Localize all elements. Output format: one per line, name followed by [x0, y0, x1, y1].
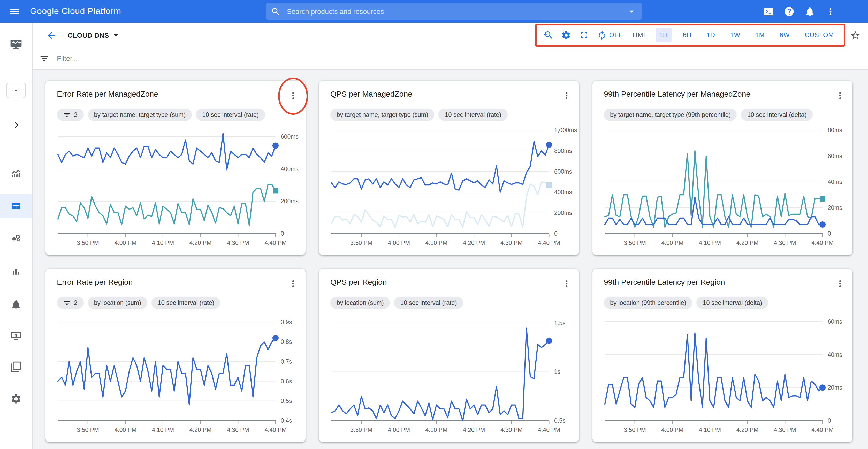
search-input[interactable]: [286, 7, 627, 16]
sidebar-item-uptime-checks[interactable]: [0, 324, 32, 348]
svg-text:0.7s: 0.7s: [281, 358, 292, 365]
search-box: [266, 3, 642, 20]
context-selector[interactable]: CLOUD DNS: [68, 31, 120, 40]
sidebar-item-dashboards-list[interactable]: [0, 355, 32, 379]
svg-text:200ms: 200ms: [281, 198, 299, 204]
back-button[interactable]: [46, 30, 57, 40]
dashboards-icon: [10, 200, 22, 212]
menu-icon: [9, 6, 20, 17]
notifications-button[interactable]: [804, 6, 815, 17]
time-range-6w[interactable]: 6W: [776, 28, 793, 42]
filter-list-icon: [63, 111, 71, 119]
svg-text:4:00 PM: 4:00 PM: [661, 239, 684, 246]
caret-down-icon: [111, 31, 120, 40]
chip-10-sec-interval-delta: 10 sec interval (delta): [741, 108, 813, 121]
svg-text:20ms: 20ms: [828, 384, 842, 391]
card-title: QPS per ManagedZone: [330, 89, 412, 98]
card-menu-button[interactable]: [560, 89, 573, 102]
svg-text:4:10 PM: 4:10 PM: [699, 239, 721, 246]
settings-button[interactable]: [561, 30, 571, 40]
card-menu-button[interactable]: [287, 89, 299, 102]
chip-by-location-sum: by location (sum): [330, 296, 390, 309]
monitoring-logo-icon: [9, 37, 23, 51]
more-vert-icon: [561, 90, 572, 101]
time-range-1h[interactable]: 1H: [655, 28, 672, 42]
svg-text:600ms: 600ms: [281, 133, 299, 140]
time-range-6h[interactable]: 6H: [679, 28, 695, 42]
time-range-1m[interactable]: 1M: [752, 28, 768, 42]
settings-icon: [10, 393, 22, 405]
time-range-1d[interactable]: 1D: [703, 28, 719, 42]
menu-button[interactable]: [9, 6, 20, 17]
time-range-custom[interactable]: CUSTOM: [801, 28, 837, 42]
card-menu-button[interactable]: [287, 278, 299, 290]
svg-text:4:20 PM: 4:20 PM: [463, 239, 485, 246]
uptime-checks-icon: [10, 330, 22, 342]
svg-text:4:00 PM: 4:00 PM: [115, 426, 137, 433]
card-99th-percentile-latency-per-region: 99th Percentile Latency per Regionby loc…: [592, 269, 852, 442]
favorite-button[interactable]: [850, 30, 861, 40]
sidebar-item-groups[interactable]: [0, 226, 32, 250]
toolbar-right: OFFTIME1H6H1D1W1M6WCUSTOM: [535, 24, 868, 46]
filter-input[interactable]: [56, 54, 868, 63]
chip-by-target-name-target-type-99th-percentile: by target name, target type (99th percen…: [604, 108, 737, 121]
svg-text:4:30 PM: 4:30 PM: [774, 426, 796, 433]
monitoring-logo: [9, 37, 23, 51]
card-error-rate-per-region: Error Rate per Region2by location (sum)1…: [45, 269, 306, 442]
chip-10-sec-interval-rate: 10 sec interval (rate): [439, 108, 508, 121]
sidebar-item-services[interactable]: [0, 259, 32, 283]
fullscreen-button[interactable]: [579, 30, 590, 40]
svg-text:0.8s: 0.8s: [281, 339, 292, 345]
svg-text:4:00 PM: 4:00 PM: [661, 426, 684, 433]
arrow-back-icon: [46, 30, 57, 40]
auto-refresh-toggle[interactable]: OFF: [597, 30, 623, 40]
svg-text:0: 0: [554, 230, 558, 237]
search-icon: [271, 6, 281, 16]
search-dropdown[interactable]: [627, 6, 637, 17]
more-vert-icon: [825, 6, 836, 17]
svg-text:400ms: 400ms: [554, 189, 572, 196]
caret-down-icon: [627, 6, 637, 17]
svg-text:4:30 PM: 4:30 PM: [774, 239, 796, 246]
svg-text:0.4s: 0.4s: [281, 417, 292, 424]
svg-text:3:50 PM: 3:50 PM: [624, 426, 646, 433]
search-reset-icon: [543, 30, 553, 40]
sidebar-item-alerting[interactable]: [0, 293, 32, 317]
card-menu-button[interactable]: [834, 278, 846, 290]
dashboards-list-icon: [10, 361, 22, 373]
svg-text:0.6s: 0.6s: [281, 378, 292, 385]
chart-error-rate-per-managedzone: 3:50 PM4:00 PM4:10 PM4:20 PM4:30 PM4:40 …: [57, 125, 301, 249]
search-reset-button[interactable]: [543, 30, 553, 40]
chip-2: 2: [57, 108, 84, 121]
sidebar-item-dashboards[interactable]: [0, 194, 32, 218]
sidebar-item-metrics-explorer[interactable]: [0, 161, 32, 185]
card-title: 99th Percentile Latency per Region: [604, 278, 725, 286]
chart-error-rate-per-region: 3:50 PM4:00 PM4:10 PM4:20 PM4:30 PM4:40 …: [57, 313, 301, 436]
time-range-1w[interactable]: 1W: [726, 28, 744, 42]
svg-text:4:00 PM: 4:00 PM: [388, 426, 410, 433]
svg-text:200ms: 200ms: [554, 210, 572, 216]
sidebar-item-settings[interactable]: [0, 387, 32, 411]
more-vert-icon: [288, 279, 298, 289]
more-vert-button[interactable]: [825, 6, 836, 17]
svg-text:0: 0: [828, 417, 831, 424]
more-vert-icon: [561, 279, 572, 289]
card-99th-percentile-latency-per-managedzone: 99th Percentile Latency per ManagedZoneb…: [592, 81, 852, 255]
svg-text:4:00 PM: 4:00 PM: [388, 239, 410, 246]
dashboard-content: Error Rate per ManagedZone2by target nam…: [32, 69, 868, 449]
card-menu-button[interactable]: [834, 89, 846, 102]
svg-text:4:20 PM: 4:20 PM: [189, 426, 212, 433]
chart-canvas: 3:50 PM4:00 PM4:10 PM4:20 PM4:30 PM4:40 …: [330, 313, 575, 436]
svg-text:4:30 PM: 4:30 PM: [227, 426, 249, 433]
cloud-shell-button[interactable]: [763, 6, 774, 17]
svg-text:60ms: 60ms: [828, 318, 842, 325]
workspace-selector[interactable]: [6, 83, 26, 98]
help-button[interactable]: [784, 6, 795, 17]
card-menu-button[interactable]: [560, 278, 573, 290]
fullscreen-icon: [579, 30, 590, 40]
sidebar-expand-button[interactable]: [11, 120, 21, 130]
svg-text:4:40 PM: 4:40 PM: [811, 239, 834, 246]
svg-text:1.5s: 1.5s: [554, 320, 565, 326]
svg-text:1,000ms: 1,000ms: [554, 127, 577, 134]
svg-text:400ms: 400ms: [281, 166, 299, 172]
